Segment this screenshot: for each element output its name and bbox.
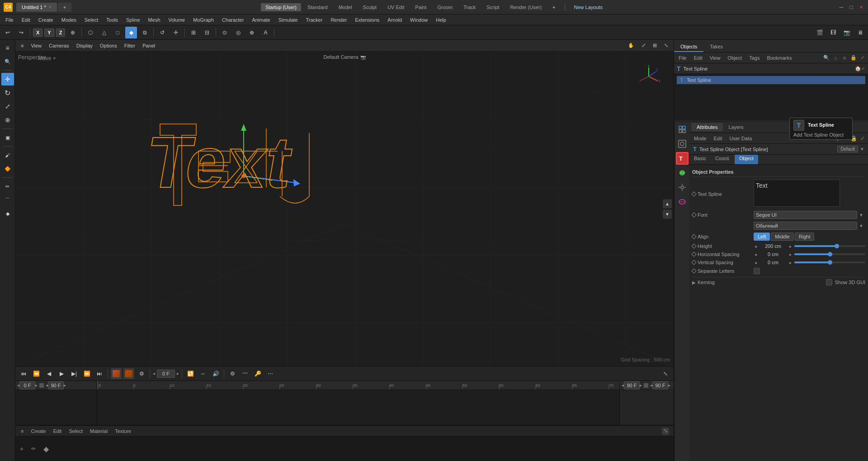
material-pencil-button[interactable]: ✏ (28, 443, 39, 454)
h-spacing-slider-thumb[interactable] (828, 252, 832, 257)
frame-prev-arrow[interactable]: ◂ (153, 371, 155, 376)
vp-nav-up[interactable]: ▲ (663, 199, 672, 208)
start-frame-next[interactable]: ▸ (35, 383, 38, 388)
vp-hand-tool[interactable]: ✋ (625, 42, 637, 49)
layout-track[interactable]: Track (459, 3, 480, 11)
show3dgui-checkbox[interactable] (826, 279, 832, 285)
h-spacing-decrement[interactable]: ◂ (754, 252, 758, 257)
attr-check2-button[interactable]: ✓ (859, 135, 866, 142)
prev-key-button[interactable]: ⏪ (31, 368, 42, 379)
go-start-button[interactable]: ⏮ (18, 368, 29, 379)
vp-nav-down[interactable]: ▼ (663, 209, 672, 219)
attr-forward-button[interactable]: → (814, 135, 821, 142)
layout-model[interactable]: Model (334, 3, 357, 11)
brush-tool-button[interactable]: 🖌 (1, 149, 14, 162)
menu-animate[interactable]: Animate (248, 16, 274, 24)
attr-search-button2[interactable]: 🔍 (832, 135, 839, 142)
render-preview-button[interactable]: 🎬 (814, 27, 826, 38)
attr-edit-menu[interactable]: Edit (711, 135, 725, 142)
v-spacing-slider-track[interactable] (794, 261, 865, 263)
object-mode-button[interactable]: ◆ (125, 27, 137, 38)
attr-object-subtab[interactable]: Object (735, 155, 758, 164)
material-edit-menu[interactable]: Edit (50, 428, 64, 435)
bounce-button[interactable]: ↔ (198, 368, 208, 379)
render4-button[interactable]: 🖥 (854, 27, 866, 38)
settings-icon-button[interactable] (676, 181, 689, 194)
lock-button[interactable]: A (259, 27, 271, 38)
height-increment[interactable]: ▸ (788, 244, 793, 249)
range-end-input[interactable] (624, 381, 640, 390)
coord-x-button[interactable]: X (33, 29, 42, 37)
attr-layers-tab[interactable]: Layers (723, 123, 749, 131)
scale-tool-button[interactable]: ⤢ (1, 100, 14, 113)
tree-item-text-spline[interactable]: T Text Spline (677, 76, 865, 84)
tab-close-button[interactable]: × (49, 5, 52, 10)
next-frame-button[interactable]: ▶| (69, 368, 80, 379)
poly-mode-button[interactable]: □ (112, 27, 123, 38)
menu-mograph[interactable]: MoGraph (189, 16, 217, 24)
attr-userdata-menu[interactable]: User Data (727, 135, 755, 142)
snap-button[interactable]: ✛ (170, 27, 182, 38)
coord-z-button[interactable]: Z (56, 29, 66, 37)
align-left-button[interactable]: Left (754, 233, 770, 241)
font-style-display[interactable]: Обычный (754, 222, 857, 230)
vp-cameras-menu[interactable]: Cameras (46, 42, 72, 49)
attr-lock2-button[interactable]: 🔒 (850, 135, 857, 142)
coord-y-button[interactable]: Y (44, 29, 54, 37)
obj-bookmarks-menu[interactable]: Bookmarks (764, 54, 794, 62)
current-frame-input[interactable]: 0 F (157, 370, 175, 378)
obj-file-menu[interactable]: File (676, 54, 689, 62)
end-frame-input[interactable] (48, 381, 64, 390)
deformer-icon-button[interactable] (676, 195, 689, 208)
coord-icon-button[interactable]: ⊕ (67, 27, 79, 38)
menu-help[interactable]: Help (432, 16, 450, 24)
menu-edit[interactable]: Edit (18, 16, 34, 24)
obj-view-menu[interactable]: View (707, 54, 723, 62)
sound-button[interactable]: 🔊 (210, 368, 221, 379)
menu-render[interactable]: Render (327, 16, 350, 24)
layout-startup[interactable]: Startup (User) (261, 3, 301, 11)
vp-filter-menu[interactable]: Filter (122, 42, 138, 49)
layout-paint[interactable]: Paint (410, 3, 431, 11)
pen-tool-button[interactable]: ✏ (1, 180, 14, 193)
align-middle-button[interactable]: Middle (771, 233, 793, 241)
layout-render[interactable]: Render (User) (505, 3, 546, 11)
attr-dropdown-arrow[interactable]: ▼ (860, 147, 864, 152)
vp-panel-menu[interactable]: Panel (140, 42, 158, 49)
timeline-settings-button[interactable]: ⚙ (227, 368, 238, 379)
takes-tab[interactable]: Takes (703, 42, 729, 52)
record2-button[interactable] (123, 368, 134, 379)
height-decrement[interactable]: ◂ (754, 244, 758, 249)
attr-back-button[interactable]: ← (805, 135, 812, 142)
objects-view-button[interactable] (676, 123, 689, 136)
menu-modes[interactable]: Modes (58, 16, 80, 24)
menu-tools[interactable]: Tools (103, 16, 122, 24)
attr-basic-subtab[interactable]: Basic (689, 155, 711, 164)
rotate-tool-left-button[interactable]: ↻ (1, 86, 14, 99)
menu-volume[interactable]: Volume (165, 16, 189, 24)
layout-add-button[interactable]: + (548, 3, 560, 11)
redo-button[interactable]: ↪ (15, 27, 27, 38)
vp-frame-button[interactable]: ⊞ (650, 42, 660, 49)
attr-list-button[interactable]: ≡ (841, 135, 848, 142)
vp-view-menu[interactable]: View (28, 42, 44, 49)
obj-home-button[interactable]: ⌂ (832, 54, 839, 62)
menu-select[interactable]: Select (81, 16, 102, 24)
obj-search-button[interactable]: 🔍 (823, 54, 830, 62)
mograph-icon-button[interactable] (676, 166, 689, 179)
obj-tags-menu[interactable]: Tags (746, 54, 762, 62)
vp-options-menu[interactable]: Options (97, 42, 120, 49)
undo-button[interactable]: ↩ (2, 27, 14, 38)
frame-next-arrow[interactable]: ▸ (177, 371, 179, 376)
viewport[interactable]: Perspective Default Camera 📷 X Y Z (15, 52, 674, 366)
menu-spline[interactable]: Spline (123, 16, 144, 24)
range-end2-input[interactable] (652, 381, 668, 390)
end-frame-next[interactable]: ▸ (64, 383, 66, 388)
maximize-button[interactable]: □ (848, 4, 854, 10)
next-key-button[interactable]: ⏩ (81, 368, 92, 379)
search-button[interactable]: 🔍 (1, 55, 14, 68)
prev-frame-button[interactable]: ◀ (43, 368, 54, 379)
vp-zoom-tool[interactable]: ⤢ (639, 42, 648, 49)
material-select-menu[interactable]: Select (66, 428, 85, 435)
h-spacing-increment[interactable]: ▸ (788, 252, 793, 257)
